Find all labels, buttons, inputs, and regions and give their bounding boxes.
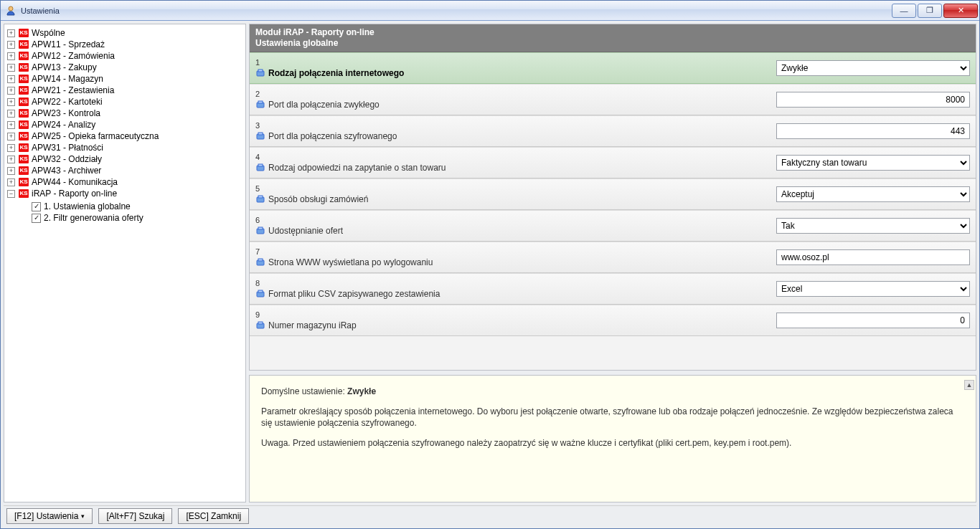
setting-number: 1: [255, 58, 771, 67]
tree-item[interactable]: +KSAPW11 - Sprzedaż: [7, 39, 245, 50]
setting-label-area: 9Numer magazynu iRap: [255, 310, 771, 330]
setting-icon: [255, 194, 265, 204]
tree-item[interactable]: +KSAPW31 - Płatności: [7, 142, 245, 153]
maximize-button[interactable]: ❐: [918, 4, 942, 18]
setting-row[interactable]: 5Sposób obsługi zamówieńAkceptuj: [250, 178, 976, 210]
scroll-up-icon[interactable]: ▲: [964, 380, 974, 390]
setting-select[interactable]: Tak: [776, 218, 970, 234]
ks-icon: KS: [19, 178, 29, 186]
close-button[interactable]: ✕: [943, 4, 978, 18]
expand-icon[interactable]: +: [7, 75, 15, 83]
tree-item[interactable]: +KSAPW21 - Zestawienia: [7, 85, 245, 96]
setting-label: Port dla połączenia szyfrowanego: [268, 131, 397, 141]
setting-row[interactable]: 3Port dla połączenia szyfrowanego: [250, 115, 976, 147]
ks-icon: KS: [19, 97, 29, 106]
setting-number: 7: [255, 247, 771, 256]
tree-item-label: APW22 - Kartoteki: [32, 96, 103, 108]
expand-icon[interactable]: +: [7, 121, 15, 129]
tree-item[interactable]: +KSAPW32 - Oddziały: [7, 153, 245, 165]
setting-input-wrap: Excel: [776, 281, 970, 297]
setting-label-area: 2Port dla połączenia zwykłego: [255, 90, 771, 110]
collapse-icon[interactable]: −: [7, 190, 15, 198]
setting-label-area: 7Strona WWW wyświetlana po wylogowaniu: [255, 247, 771, 267]
tree-subitem[interactable]: ✓1. Ustawienia globalne: [20, 201, 245, 212]
setting-input-wrap: Faktyczny stan towaru: [776, 155, 970, 171]
setting-label: Format pliku CSV zapisywanego zestawieni…: [268, 289, 440, 299]
tree-item-label: APW23 - Kontrola: [32, 108, 100, 119]
expand-icon[interactable]: +: [7, 87, 15, 95]
expand-icon[interactable]: +: [7, 64, 15, 72]
module-header: Moduł iRAP - Raporty on-line Ustawienia …: [250, 24, 976, 52]
setting-label: Sposób obsługi zamówień: [268, 194, 368, 204]
svg-rect-4: [258, 101, 263, 103]
setting-input-wrap: Akceptuj: [776, 186, 970, 202]
tree-item-expanded[interactable]: −KSiRAP - Raporty on-line✓1. Ustawienia …: [7, 188, 245, 224]
expand-icon[interactable]: +: [7, 156, 15, 163]
window-title: Ustawienia: [21, 6, 892, 15]
tree-item[interactable]: +KSAPW24 - Analizy: [7, 119, 245, 130]
setting-select[interactable]: Zwykłe: [776, 60, 970, 76]
setting-row[interactable]: 9Numer magazynu iRap: [250, 305, 976, 336]
setting-input[interactable]: [776, 123, 970, 139]
expand-icon[interactable]: +: [7, 29, 15, 37]
tree-item[interactable]: +KSAPW14 - Magazyn: [7, 73, 245, 85]
app-icon: [5, 5, 17, 16]
tree-item-label: APW32 - Oddziały: [32, 153, 102, 165]
svg-rect-18: [258, 322, 263, 324]
ks-icon: KS: [19, 132, 29, 140]
tree-item[interactable]: +KSAPW22 - Kartoteki: [7, 96, 245, 108]
setting-label: Strona WWW wyświetlana po wylogowaniu: [268, 257, 433, 267]
setting-input[interactable]: [776, 313, 970, 328]
footer-search-button[interactable]: [Alt+F7] Szukaj: [98, 508, 172, 524]
titlebar: Ustawienia — ❐ ✕: [1, 1, 979, 21]
tree-item[interactable]: +KSAPW25 - Opieka farmaceutyczna: [7, 130, 245, 142]
expand-icon[interactable]: +: [7, 167, 15, 175]
setting-number: 4: [255, 153, 771, 161]
setting-select[interactable]: Excel: [776, 281, 970, 297]
expand-icon[interactable]: +: [7, 41, 15, 49]
setting-row[interactable]: 2Port dla połączenia zwykłego: [250, 84, 976, 115]
setting-label-area: 1Rodzaj połączenia internetowego: [255, 58, 771, 78]
help-para-1: Parametr określający sposób połączenia i…: [261, 406, 964, 429]
help-default-line: Domyślne ustawienie: Zwykłe: [261, 386, 964, 397]
app-window: Ustawienia — ❐ ✕ +KSWspólne+KSAPW11 - Sp…: [0, 0, 980, 529]
setting-select[interactable]: Faktyczny stan towaru: [776, 155, 970, 171]
footer-settings-button[interactable]: [F12] Ustawienia ▾: [6, 508, 93, 524]
setting-row[interactable]: 1Rodzaj połączenia internetowegoZwykłe: [250, 52, 976, 84]
setting-select[interactable]: Akceptuj: [776, 186, 970, 202]
setting-input[interactable]: [776, 92, 970, 108]
svg-point-0: [9, 6, 13, 11]
tree-item[interactable]: +KSAPW43 - Archiwer: [7, 165, 245, 176]
setting-input-wrap: Zwykłe: [776, 60, 970, 76]
setting-input[interactable]: [776, 249, 970, 265]
setting-label-area: 5Sposób obsługi zamówień: [255, 184, 771, 204]
setting-row[interactable]: 4Rodzaj odpowiedzi na zapytanie o stan t…: [250, 147, 976, 178]
tree-subitem[interactable]: ✓2. Filtr generowania oferty: [20, 212, 245, 224]
ks-icon: KS: [19, 155, 29, 163]
expand-icon[interactable]: +: [7, 144, 15, 152]
footer-close-button[interactable]: [ESC] Zamknij: [178, 508, 249, 524]
expand-icon[interactable]: +: [7, 110, 15, 118]
expand-icon[interactable]: +: [7, 178, 15, 186]
minimize-icon: —: [900, 6, 908, 15]
tree-item-label: APW13 - Zakupy: [32, 62, 97, 73]
setting-number: 6: [255, 216, 771, 224]
expand-icon[interactable]: +: [7, 133, 15, 140]
client-area: +KSWspólne+KSAPW11 - Sprzedaż+KSAPW12 - …: [1, 21, 979, 528]
tree-item[interactable]: +KSAPW13 - Zakupy: [7, 62, 245, 73]
setting-row[interactable]: 6Udostępnianie ofertTak: [250, 210, 976, 242]
setting-icon: [255, 163, 265, 173]
expand-icon[interactable]: +: [7, 98, 15, 106]
setting-icon: [255, 100, 265, 110]
minimize-button[interactable]: —: [892, 4, 916, 18]
tree-item[interactable]: +KSAPW12 - Zamówienia: [7, 50, 245, 62]
setting-icon: [255, 257, 265, 267]
tree-item[interactable]: +KSWspólne: [7, 27, 245, 39]
ks-icon: KS: [19, 120, 29, 129]
nav-tree[interactable]: +KSWspólne+KSAPW11 - Sprzedaż+KSAPW12 - …: [4, 24, 246, 502]
setting-row[interactable]: 7Strona WWW wyświetlana po wylogowaniu: [250, 242, 976, 273]
tree-item[interactable]: +KSAPW23 - Kontrola: [7, 108, 245, 119]
tree-item[interactable]: +KSAPW44 - Komunikacja: [7, 176, 245, 188]
expand-icon[interactable]: +: [7, 52, 15, 60]
setting-row[interactable]: 8Format pliku CSV zapisywanego zestawien…: [250, 273, 976, 305]
